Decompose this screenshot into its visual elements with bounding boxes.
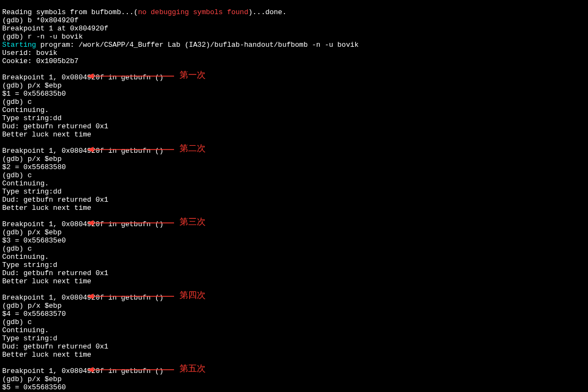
terminal-line: Starting program: /work/CSAPP/4_Buffer L…: [2, 41, 358, 49]
terminal-line: Type string:d: [2, 334, 57, 343]
terminal-line: Dud: getbufn returned 0x1: [2, 122, 108, 130]
terminal-line: (gdb) p/x $ebp: [2, 228, 61, 237]
terminal-output[interactable]: Reading symbols from bufbomb...(no debug…: [0, 0, 588, 392]
terminal-line: (gdb) c: [2, 171, 32, 179]
terminal-line: Cookie: 0x1005b2b7: [2, 57, 78, 65]
terminal-line: Type string:dd: [2, 188, 61, 196]
terminal-line: Better luck next time: [2, 204, 91, 212]
terminal-line: Dud: getbufn returned 0x1: [2, 196, 108, 204]
terminal-line: (gdb) c: [2, 245, 32, 253]
terminal-line: (gdb) p/x $ebp: [2, 375, 61, 383]
terminal-line: (gdb) c: [2, 98, 32, 106]
terminal-line: Type string:dd: [2, 114, 61, 122]
terminal-line: Breakpoint 1, 0x0804920f in getbufn (): [2, 73, 163, 82]
terminal-line: (gdb) p/x $ebp: [2, 155, 61, 163]
terminal-line: (gdb) p/x $ebp: [2, 302, 61, 310]
terminal-line: Breakpoint 1, 0x0804920f in getbufn (): [2, 367, 163, 375]
terminal-line: Breakpoint 1, 0x0804920f in getbufn (): [2, 220, 163, 228]
partial-line: Reading symbols from bufbomb...(no debug…: [2, 8, 287, 16]
terminal-line: Continuing.: [2, 106, 49, 114]
terminal-line: (gdb) b *0x804920f: [2, 16, 78, 24]
terminal-line: $4 = 0x55683570: [2, 310, 66, 318]
terminal-line: (gdb) p/x $ebp: [2, 82, 61, 90]
terminal-line: Userid: bovik: [2, 49, 57, 57]
terminal-line: Better luck next time: [2, 351, 91, 359]
terminal-line: $3 = 0x556835e0: [2, 237, 66, 245]
terminal-line: Breakpoint 1 at 0x804920f: [2, 24, 108, 33]
terminal-line: $1 = 0x556835b0: [2, 90, 66, 98]
terminal-line: Continuing.: [2, 326, 49, 334]
terminal-line: $2 = 0x55683580: [2, 163, 66, 171]
terminal-line: $5 = 0x55683560: [2, 383, 66, 391]
terminal-line: Breakpoint 1, 0x0804920f in getbufn (): [2, 294, 163, 302]
terminal-line: Breakpoint 1, 0x0804920f in getbufn (): [2, 147, 163, 155]
terminal-line: Continuing.: [2, 179, 49, 188]
terminal-line: Type string:d: [2, 261, 57, 269]
terminal-line: Dud: getbufn returned 0x1: [2, 343, 108, 351]
terminal-line: (gdb) c: [2, 318, 32, 326]
terminal-line: Continuing.: [2, 253, 49, 261]
terminal-line: Better luck next time: [2, 277, 91, 285]
terminal-line: Dud: getbufn returned 0x1: [2, 269, 108, 277]
terminal-line: Better luck next time: [2, 130, 91, 139]
terminal-line: (gdb) r -n -u bovik: [2, 33, 83, 41]
